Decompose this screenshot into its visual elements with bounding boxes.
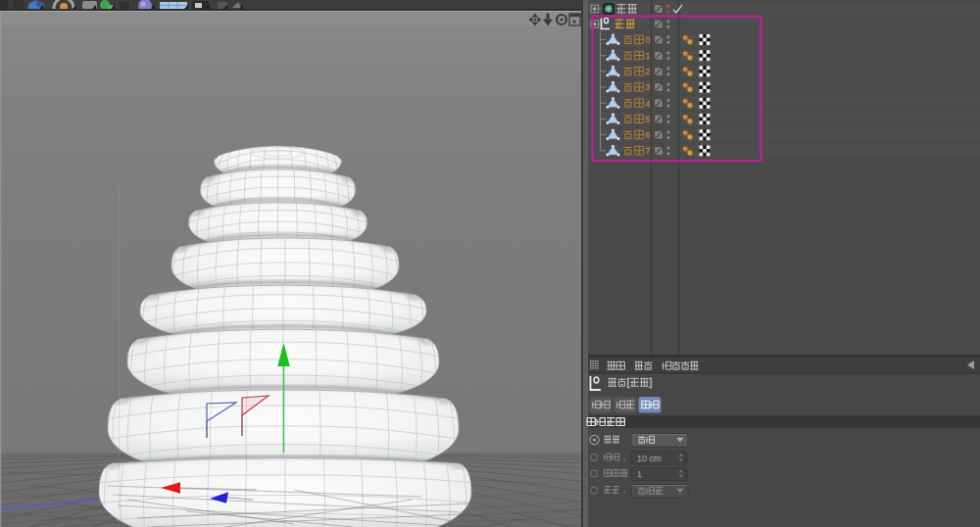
svg-text:.: . xyxy=(623,453,626,462)
svg-text:1: 1 xyxy=(646,51,651,61)
svg-text:.: . xyxy=(623,485,626,495)
svg-text:[: [ xyxy=(627,376,630,388)
svg-text:0: 0 xyxy=(646,35,651,45)
svg-text:7: 7 xyxy=(646,146,651,156)
svg-text:6: 6 xyxy=(646,130,651,140)
svg-text:2: 2 xyxy=(646,67,651,76)
svg-text:3: 3 xyxy=(646,82,651,92)
svg-text:10 cm: 10 cm xyxy=(637,454,662,463)
svg-text:4: 4 xyxy=(646,99,651,109)
svg-text:1: 1 xyxy=(637,469,642,479)
svg-text:5: 5 xyxy=(646,115,651,124)
svg-text:]: ] xyxy=(649,376,652,388)
